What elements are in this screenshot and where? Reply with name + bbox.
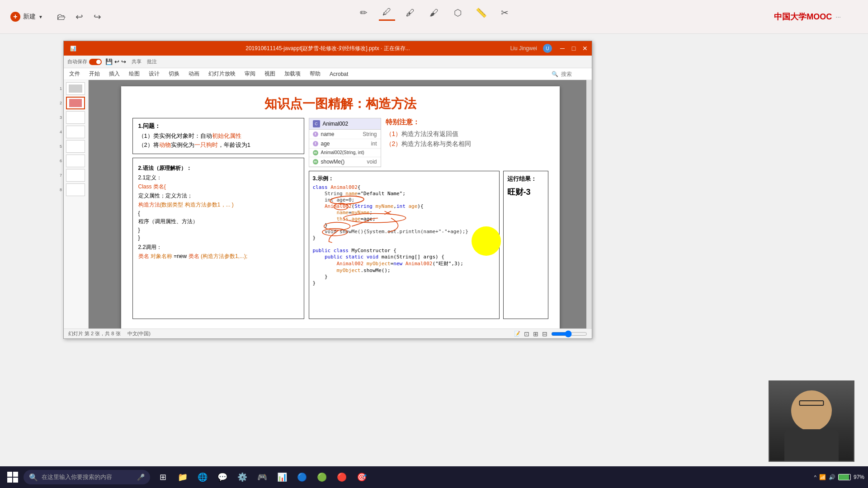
menu-transition[interactable]: 切换 <box>167 69 181 79</box>
left-panel: 1.问题： （1）类实例化对象时：自动初始化属性 （2）将动物实例化为一只狗时，… <box>132 118 304 319</box>
search-input[interactable] <box>561 71 588 77</box>
zoom-slider[interactable] <box>551 330 587 338</box>
window-controls: Liu Jingwei U ─ □ ✕ <box>510 41 590 56</box>
view-grid[interactable]: ⊞ <box>533 330 538 338</box>
files-icon[interactable]: 📁 <box>174 468 192 486</box>
ppt-task-icon[interactable]: 📊 <box>273 468 291 486</box>
code-line-4: Animal002(String myName,int age){ <box>313 203 495 209</box>
slide-thumb-7-wrapper: 7 <box>66 169 86 182</box>
lasso-tool[interactable]: ✏ <box>355 5 372 21</box>
start-button[interactable] <box>4 468 22 486</box>
slide-thumb-1[interactable] <box>66 82 85 95</box>
volume-icon[interactable]: 🔊 <box>829 474 835 480</box>
slide-content: 知识点一图精解：构造方法 1.问题： （1）类实例化对象时：自动初始化属性 （2… <box>121 86 560 333</box>
example-result-area: 3.示例： class Animal002{ String name="Defa… <box>309 171 548 319</box>
view-reader[interactable]: ⊟ <box>542 330 547 338</box>
crop-tool[interactable]: ✂ <box>496 5 513 21</box>
slide-thumb-3[interactable] <box>66 111 85 124</box>
comment-button[interactable]: 批注 <box>147 58 157 65</box>
syntax-constructor: 构造方法(数据类型 构造方法参数1，... ) <box>138 201 298 209</box>
slide-thumb-2[interactable] <box>66 97 85 109</box>
redo-ppt-icon[interactable]: ↪ <box>121 58 126 65</box>
app11-icon[interactable]: 🎯 <box>353 468 371 486</box>
slide-thumb-6-wrapper: 6 <box>66 155 86 167</box>
taskbar-search[interactable]: 🔍 在这里输入你要搜索的内容 🎤 <box>24 470 150 484</box>
browser-icon[interactable]: 🌐 <box>193 468 212 486</box>
field-m-icon-1: m <box>313 150 318 155</box>
special-note-item2: （2）构造方法名称与类名相同 <box>386 140 548 148</box>
class-diagram-header: C Animal002 <box>309 118 381 130</box>
undo-ppt-icon[interactable]: ↩ <box>114 58 119 65</box>
code-line-6: this.age=age; <box>313 216 495 222</box>
code-line-9: } <box>313 235 495 241</box>
save-icon[interactable]: 💾 <box>105 58 113 65</box>
highlighter-tool[interactable]: 🖌 <box>426 5 442 21</box>
problem-line1: （1）类实例化对象时：自动初始化属性 <box>138 132 298 140</box>
menu-view[interactable]: 视图 <box>263 69 277 79</box>
new-dropdown-icon[interactable]: ▼ <box>38 14 43 19</box>
syntax-classname: 类名 <box>138 253 149 259</box>
menu-help[interactable]: 帮助 <box>308 69 322 79</box>
minimize-button[interactable]: ─ <box>558 44 567 53</box>
settings-icon[interactable]: ⚙️ <box>233 468 251 486</box>
app9-icon[interactable]: 🟢 <box>313 468 331 486</box>
chevron-icon[interactable]: ^ <box>814 474 816 480</box>
menu-addins[interactable]: 加载项 <box>283 69 302 79</box>
code-line-14: myObject.showMe(); <box>313 267 495 273</box>
slide-thumb-7[interactable] <box>66 169 85 182</box>
code-line-2: String name="Default Name"; <box>313 191 495 197</box>
slide-thumb-4[interactable] <box>66 126 85 138</box>
menu-slideshow[interactable]: 幻灯片放映 <box>207 69 237 79</box>
app10-icon[interactable]: 🔴 <box>333 468 351 486</box>
task-view-icon[interactable]: ⊞ <box>154 468 172 486</box>
new-button[interactable]: + 新建 ▼ <box>7 10 47 23</box>
speaker-glasses <box>799 400 824 406</box>
menu-animation[interactable]: 动画 <box>187 69 201 79</box>
app8-icon[interactable]: 🔵 <box>293 468 311 486</box>
marker-tool[interactable]: 🖋 <box>402 5 419 21</box>
problem-line2: （2）将动物实例化为一只狗时，年龄设为1 <box>138 141 298 149</box>
network-icon[interactable]: 📶 <box>819 474 826 480</box>
eraser-tool[interactable]: ⬡ <box>449 5 466 21</box>
pen-tool[interactable]: 🖊 <box>379 5 395 21</box>
slide-thumb-6[interactable] <box>66 155 85 167</box>
folder-icon[interactable]: 🗁 <box>53 9 70 25</box>
menu-start[interactable]: 开始 <box>87 69 102 79</box>
auto-save-toggle[interactable] <box>89 59 102 65</box>
undo-icon[interactable]: ↩ <box>71 9 88 25</box>
app6-icon[interactable]: 🎮 <box>253 468 271 486</box>
ppt-menubar: 文件 开始 插入 绘图 设计 切换 动画 幻灯片放映 审阅 视图 加载项 帮助 … <box>64 68 592 80</box>
slide-title-prefix: 知识点一图精解： <box>264 97 366 111</box>
ppt-statusbar: 幻灯片 第 2 张，共 8 张 中文(中国) 📝 ⊡ ⊞ ⊟ <box>64 328 592 338</box>
slide-num-2: 2 <box>60 101 62 105</box>
slide-thumb-8[interactable] <box>66 183 85 196</box>
close-button[interactable]: ✕ <box>580 44 590 53</box>
menu-file[interactable]: 文件 <box>67 69 82 79</box>
notes-icon[interactable]: 📝 <box>514 331 520 337</box>
slide-thumb-5[interactable] <box>66 140 85 153</box>
restore-button[interactable]: □ <box>569 44 578 53</box>
share-button[interactable]: 共享 <box>132 58 142 65</box>
ppt-content-area: 1 2 3 4 5 <box>64 80 592 338</box>
ruler-tool[interactable]: 📏 <box>473 5 489 21</box>
wechat-icon[interactable]: 💬 <box>213 468 231 486</box>
view-normal[interactable]: ⊡ <box>524 330 529 338</box>
menu-acrobat[interactable]: Acrobat <box>328 70 350 78</box>
field-f-icon-2: f <box>313 141 318 146</box>
slide-scrollbar[interactable] <box>586 80 592 338</box>
code-line-1: class Animal002{ <box>313 184 495 190</box>
syntax-sub1: 2.1定义： <box>138 174 298 182</box>
more-icon[interactable]: ··· <box>835 13 841 20</box>
syntax-classdef: Class 类名{ <box>138 183 298 191</box>
syntax-args: (构造方法参数1,...); <box>201 253 247 259</box>
redo-icon[interactable]: ↪ <box>90 9 106 25</box>
toggle-knob <box>96 60 101 64</box>
syntax-brace-close: } <box>138 227 298 233</box>
menu-design[interactable]: 设计 <box>147 69 161 79</box>
speaker-head <box>791 390 832 431</box>
special-note: 特别注意： （1）构造方法没有返回值 （2）构造方法名称与类名相同 <box>386 118 548 167</box>
menu-insert[interactable]: 插入 <box>107 69 122 79</box>
menu-draw[interactable]: 绘图 <box>127 69 142 79</box>
menu-review[interactable]: 审阅 <box>243 69 257 79</box>
syntax-title: 2.语法（原理解析）： <box>138 164 298 172</box>
